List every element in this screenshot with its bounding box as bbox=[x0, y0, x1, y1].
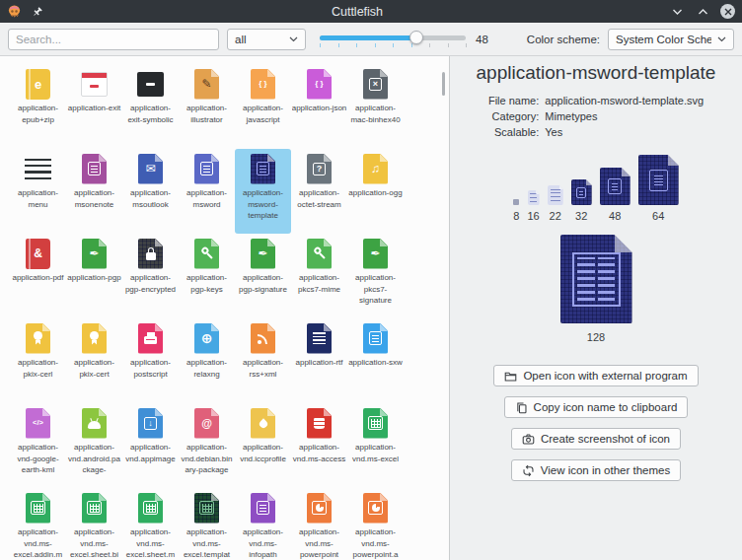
icon-grid-item[interactable]: ✒application-pkcs7-signature bbox=[347, 234, 404, 318]
application-pkix-cert-icon bbox=[82, 320, 107, 356]
pin-icon[interactable] bbox=[30, 4, 45, 20]
button-label: Copy icon name to clipboard bbox=[534, 401, 678, 413]
search-input[interactable] bbox=[8, 29, 219, 50]
android-glyph-icon bbox=[88, 421, 101, 429]
icon-grid-item[interactable]: application-vnd.ms-access bbox=[291, 403, 347, 488]
icon-grid-item-label: application-exit-symbolic bbox=[123, 103, 179, 125]
icon-grid-item[interactable]: ⊕application-relaxng bbox=[179, 318, 235, 403]
icon-grid-item[interactable]: application-vnd.ms-excel.addin.m bbox=[10, 488, 66, 560]
icon-grid-item[interactable]: application-sxw bbox=[347, 318, 404, 403]
✒-glyph-icon: ✒ bbox=[258, 247, 267, 259]
pie-chart-glyph-icon bbox=[312, 501, 327, 515]
icon-grid-item[interactable]: application-vnd.android.package- bbox=[66, 403, 122, 488]
icon-grid: eapplication-epub+zipapplication-exitapp… bbox=[10, 64, 404, 560]
icon-grid-item-label: application-rss+xml bbox=[236, 357, 291, 380]
icon-grid-item[interactable]: application-pkix-cerl bbox=[10, 318, 66, 403]
icon-grid-item[interactable]: application-vnd.ms-excel.sheet.m bbox=[122, 488, 179, 560]
icon-grid-item-label: application-vnd.ms-excel.templat bbox=[180, 526, 235, 560]
icon-grid-item-label: application-relaxng bbox=[180, 357, 235, 380]
application-pdf-icon: & bbox=[26, 236, 50, 271]
seal-glyph-icon bbox=[34, 331, 42, 340]
icon-grid-item[interactable]: ✒application-pgp-signature bbox=[235, 234, 291, 318]
maximize-icon[interactable] bbox=[695, 4, 710, 20]
icon-grid-item[interactable]: ↓application-vnd.appimage bbox=[122, 403, 179, 488]
icon-grid-item[interactable]: ?application-octet-stream bbox=[291, 149, 347, 234]
icon-grid-item[interactable]: ✉application-msoutlook bbox=[122, 149, 179, 234]
&-glyph-icon: & bbox=[34, 247, 42, 259]
icon-grid-item[interactable]: ×application-mac-binhex40 bbox=[347, 64, 404, 149]
copy-icon bbox=[515, 401, 528, 414]
icon-grid-item[interactable]: application-pgp-keys bbox=[179, 234, 235, 318]
color-scheme-dropdown[interactable]: System Color Scheme bbox=[608, 29, 734, 50]
close-icon[interactable] bbox=[720, 4, 735, 19]
scalable-value: Yes bbox=[545, 126, 704, 138]
scrollbar-thumb[interactable] bbox=[442, 72, 445, 96]
slider-handle[interactable] bbox=[409, 31, 423, 44]
icon-grid-item[interactable]: application-msword bbox=[179, 149, 235, 234]
icon-grid-item[interactable]: @application-vnd.debian.binary-package bbox=[179, 403, 235, 488]
icon-grid-item[interactable]: { }application-javascript bbox=[235, 64, 291, 149]
application-vnd.iccprofile-icon bbox=[251, 405, 275, 441]
icon-grid-item-label: application-vnd.iccprofile bbox=[236, 442, 291, 464]
icon-grid-item[interactable]: ✎application-illustrator bbox=[179, 64, 235, 149]
icon-grid-item[interactable]: application-msonenote bbox=[66, 149, 122, 234]
icon-grid-item[interactable]: application-exit-symbolic bbox=[122, 64, 179, 149]
icon-grid-item[interactable]: application-rss+xml bbox=[235, 318, 291, 403]
icon-grid-item[interactable]: application-pgp-encrypted bbox=[122, 234, 179, 318]
application-vnd.ms-access-icon bbox=[307, 405, 332, 441]
icon-grid-item[interactable]: application-pkcs7-mime bbox=[291, 234, 347, 318]
icon-grid-item[interactable]: application-vnd.ms-powerpoint.a bbox=[347, 488, 404, 560]
pie-chart-glyph-icon bbox=[368, 501, 383, 515]
create-screenshot-button[interactable]: Create screenshot of icon bbox=[511, 428, 681, 450]
icon-list-panel: eapplication-epub+zipapplication-exitapp… bbox=[0, 56, 450, 560]
application-json-icon: { } bbox=[307, 66, 332, 102]
icon-grid-item[interactable]: { }application-json bbox=[291, 64, 347, 149]
icon-grid-item[interactable]: application-postscript bbox=[122, 318, 179, 403]
category-filter-dropdown[interactable]: all bbox=[227, 29, 306, 50]
icon-preview-128 bbox=[560, 235, 632, 323]
icon-grid-item[interactable]: application-vnd.ms-excel.sheet.bi bbox=[66, 488, 122, 560]
open-with-external-program-button[interactable]: Open icon with external program bbox=[493, 365, 698, 386]
icon-info-fields: File name: application-msword-template.s… bbox=[488, 95, 704, 138]
icon-grid-item[interactable]: application-vnd.ms-excel bbox=[347, 403, 404, 488]
application-vnd-google-earth-kml-icon: </> bbox=[26, 405, 50, 441]
icon-grid-item[interactable]: application-vnd.iccprofile bbox=[235, 403, 291, 488]
category-filter-value: all bbox=[235, 34, 283, 45]
icon-grid-item[interactable]: eapplication-epub+zip bbox=[10, 64, 66, 149]
button-label: View icon in other themes bbox=[541, 464, 670, 476]
icon-size-slider[interactable] bbox=[318, 27, 468, 52]
icon-grid-item[interactable]: ✒application-pgp bbox=[66, 234, 122, 318]
icon-grid-item-label: application-exit bbox=[67, 103, 122, 114]
copy-icon-name-button[interactable]: Copy icon name to clipboard bbox=[504, 396, 689, 418]
icon-grid-item[interactable]: application-menu bbox=[10, 149, 66, 234]
size-label: 16 bbox=[527, 210, 539, 222]
printer-glyph-icon bbox=[144, 336, 157, 344]
view-in-other-themes-button[interactable]: View icon in other themes bbox=[511, 459, 681, 481]
icon-grid-item-label: application-postscript bbox=[123, 357, 179, 380]
icon-grid-item-label: application-pgp bbox=[67, 272, 122, 284]
icon-grid-item-label: application-msonenote bbox=[67, 187, 122, 210]
icon-grid-item[interactable]: application-pkix-cert bbox=[66, 318, 122, 403]
code-glyph-icon: </> bbox=[33, 419, 43, 427]
icon-grid-item-label: application-ogg bbox=[348, 187, 404, 199]
application-pkcs7-mime-icon bbox=[307, 236, 332, 271]
icon-grid-item[interactable]: &application-pdf bbox=[10, 234, 66, 318]
icon-grid-item-label: application-msword bbox=[180, 187, 235, 210]
icon-grid-item[interactable]: application-vnd.ms-excel.templat bbox=[179, 488, 235, 560]
icon-grid-item[interactable]: </>application-vnd-google-earth-kml bbox=[10, 403, 66, 488]
slider-ticks bbox=[320, 43, 466, 48]
icon-grid-item[interactable]: application-msword-template bbox=[235, 149, 291, 234]
application-mac-binhex40-icon: × bbox=[363, 66, 388, 102]
icon-grid-item[interactable]: application-vnd.ms-powerpoint bbox=[291, 488, 347, 560]
icon-grid-item-label: application-vnd.ms-excel bbox=[348, 442, 404, 464]
icon-size-value: 48 bbox=[476, 34, 491, 45]
icon-grid-item[interactable]: application-rtf bbox=[291, 318, 347, 403]
boxed-glyph-icon: ? bbox=[313, 163, 326, 175]
cuttlefish-window: Cuttlefish all 48 Color scheme: bbox=[0, 0, 742, 560]
icon-grid-item[interactable]: application-exit bbox=[66, 64, 122, 149]
size-label: 8 bbox=[513, 210, 519, 222]
minimize-icon[interactable] bbox=[669, 4, 685, 20]
application-vnd.android.package--icon bbox=[82, 405, 107, 441]
icon-grid-item[interactable]: ♫application-ogg bbox=[347, 149, 404, 234]
icon-grid-item[interactable]: application-vnd.ms-infopath bbox=[235, 488, 291, 560]
